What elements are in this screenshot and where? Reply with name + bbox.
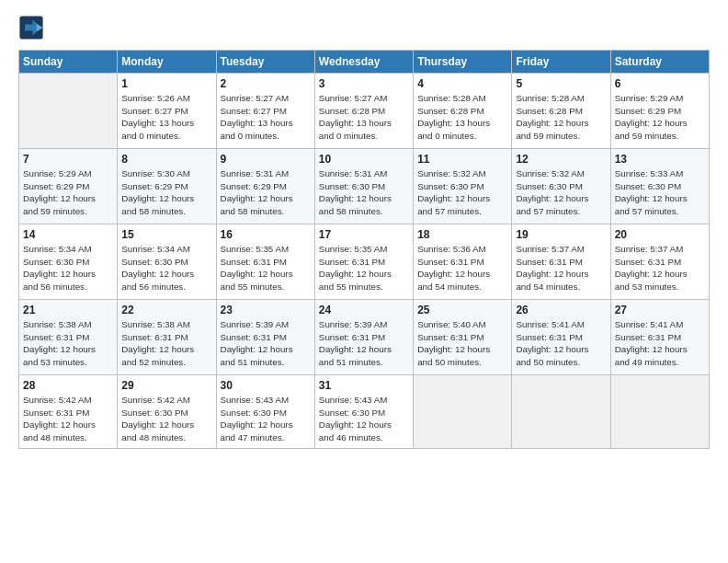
calendar-cell <box>512 375 610 449</box>
day-info: Sunrise: 5:39 AM Sunset: 6:31 PM Dayligh… <box>221 318 311 369</box>
day-number: 28 <box>23 379 113 392</box>
header-day: Friday <box>512 51 610 74</box>
day-info: Sunrise: 5:37 AM Sunset: 6:31 PM Dayligh… <box>516 243 606 293</box>
calendar-cell: 20Sunrise: 5:37 AM Sunset: 6:31 PM Dayli… <box>610 224 709 300</box>
day-info: Sunrise: 5:42 AM Sunset: 6:31 PM Dayligh… <box>23 394 113 444</box>
logo <box>18 15 48 40</box>
calendar-cell: 26Sunrise: 5:41 AM Sunset: 6:31 PM Dayli… <box>512 300 610 375</box>
day-number: 11 <box>417 153 507 166</box>
day-info: Sunrise: 5:29 AM Sunset: 6:29 PM Dayligh… <box>615 92 705 143</box>
day-number: 19 <box>516 228 606 241</box>
day-info: Sunrise: 5:32 AM Sunset: 6:30 PM Dayligh… <box>516 167 606 218</box>
day-info: Sunrise: 5:30 AM Sunset: 6:29 PM Dayligh… <box>121 167 211 218</box>
day-number: 4 <box>417 77 507 90</box>
calendar-cell: 30Sunrise: 5:43 AM Sunset: 6:30 PM Dayli… <box>216 375 314 449</box>
day-number: 18 <box>417 228 507 241</box>
day-info: Sunrise: 5:41 AM Sunset: 6:31 PM Dayligh… <box>615 318 705 369</box>
day-number: 3 <box>319 77 409 90</box>
day-number: 7 <box>23 153 113 166</box>
day-number: 10 <box>319 153 409 166</box>
calendar-cell: 3Sunrise: 5:27 AM Sunset: 6:28 PM Daylig… <box>314 74 413 149</box>
calendar-table: SundayMondayTuesdayWednesdayThursdayFrid… <box>18 50 710 449</box>
day-info: Sunrise: 5:31 AM Sunset: 6:30 PM Dayligh… <box>319 167 409 218</box>
calendar-cell: 2Sunrise: 5:27 AM Sunset: 6:27 PM Daylig… <box>216 74 314 149</box>
day-info: Sunrise: 5:36 AM Sunset: 6:31 PM Dayligh… <box>417 243 507 293</box>
day-info: Sunrise: 5:38 AM Sunset: 6:31 PM Dayligh… <box>23 318 113 369</box>
calendar-week: 14Sunrise: 5:34 AM Sunset: 6:30 PM Dayli… <box>19 224 710 300</box>
calendar-cell: 24Sunrise: 5:39 AM Sunset: 6:31 PM Dayli… <box>314 300 413 375</box>
calendar-cell: 13Sunrise: 5:33 AM Sunset: 6:30 PM Dayli… <box>610 149 709 224</box>
day-number: 31 <box>319 379 409 392</box>
day-info: Sunrise: 5:28 AM Sunset: 6:28 PM Dayligh… <box>417 92 507 143</box>
day-number: 30 <box>221 379 311 392</box>
calendar-week: 21Sunrise: 5:38 AM Sunset: 6:31 PM Dayli… <box>19 300 710 375</box>
calendar-cell: 17Sunrise: 5:35 AM Sunset: 6:31 PM Dayli… <box>314 224 413 300</box>
header-day: Thursday <box>414 51 512 74</box>
day-info: Sunrise: 5:42 AM Sunset: 6:30 PM Dayligh… <box>121 394 211 444</box>
calendar-body: 1Sunrise: 5:26 AM Sunset: 6:27 PM Daylig… <box>19 74 710 449</box>
day-info: Sunrise: 5:34 AM Sunset: 6:30 PM Dayligh… <box>23 243 113 293</box>
day-info: Sunrise: 5:26 AM Sunset: 6:27 PM Dayligh… <box>121 92 211 143</box>
day-number: 29 <box>121 379 211 392</box>
header-row: SundayMondayTuesdayWednesdayThursdayFrid… <box>19 51 710 74</box>
day-number: 6 <box>615 77 705 90</box>
day-info: Sunrise: 5:37 AM Sunset: 6:31 PM Dayligh… <box>615 243 705 293</box>
day-info: Sunrise: 5:39 AM Sunset: 6:31 PM Dayligh… <box>319 318 409 369</box>
header-day: Sunday <box>19 51 118 74</box>
day-number: 9 <box>221 153 311 166</box>
calendar-cell: 21Sunrise: 5:38 AM Sunset: 6:31 PM Dayli… <box>19 300 118 375</box>
day-number: 2 <box>221 77 311 90</box>
day-number: 27 <box>615 304 705 316</box>
calendar-cell: 10Sunrise: 5:31 AM Sunset: 6:30 PM Dayli… <box>314 149 413 224</box>
calendar-cell: 9Sunrise: 5:31 AM Sunset: 6:29 PM Daylig… <box>216 149 314 224</box>
calendar-cell: 16Sunrise: 5:35 AM Sunset: 6:31 PM Dayli… <box>216 224 314 300</box>
day-info: Sunrise: 5:33 AM Sunset: 6:30 PM Dayligh… <box>615 167 705 218</box>
calendar-cell: 19Sunrise: 5:37 AM Sunset: 6:31 PM Dayli… <box>512 224 610 300</box>
day-number: 12 <box>516 153 606 166</box>
day-number: 5 <box>516 77 606 90</box>
logo-icon <box>18 15 44 40</box>
day-number: 1 <box>121 77 211 90</box>
calendar-cell: 6Sunrise: 5:29 AM Sunset: 6:29 PM Daylig… <box>610 74 709 149</box>
header-day: Saturday <box>610 51 709 74</box>
calendar-cell: 14Sunrise: 5:34 AM Sunset: 6:30 PM Dayli… <box>19 224 118 300</box>
day-number: 22 <box>121 304 211 316</box>
calendar-week: 7Sunrise: 5:29 AM Sunset: 6:29 PM Daylig… <box>19 149 710 224</box>
day-info: Sunrise: 5:34 AM Sunset: 6:30 PM Dayligh… <box>121 243 211 293</box>
calendar-cell: 7Sunrise: 5:29 AM Sunset: 6:29 PM Daylig… <box>19 149 118 224</box>
day-number: 26 <box>516 304 606 316</box>
day-number: 21 <box>23 304 113 316</box>
day-info: Sunrise: 5:29 AM Sunset: 6:29 PM Dayligh… <box>23 167 113 218</box>
day-info: Sunrise: 5:40 AM Sunset: 6:31 PM Dayligh… <box>417 318 507 369</box>
day-info: Sunrise: 5:35 AM Sunset: 6:31 PM Dayligh… <box>221 243 311 293</box>
day-number: 15 <box>121 228 211 241</box>
calendar-week: 1Sunrise: 5:26 AM Sunset: 6:27 PM Daylig… <box>19 74 710 149</box>
calendar-cell: 31Sunrise: 5:43 AM Sunset: 6:30 PM Dayli… <box>314 375 413 449</box>
calendar-cell: 23Sunrise: 5:39 AM Sunset: 6:31 PM Dayli… <box>216 300 314 375</box>
day-number: 17 <box>319 228 409 241</box>
calendar-cell <box>610 375 709 449</box>
day-info: Sunrise: 5:38 AM Sunset: 6:31 PM Dayligh… <box>121 318 211 369</box>
day-info: Sunrise: 5:43 AM Sunset: 6:30 PM Dayligh… <box>221 394 311 444</box>
calendar-cell <box>19 74 118 149</box>
header-day: Tuesday <box>216 51 314 74</box>
calendar-cell: 27Sunrise: 5:41 AM Sunset: 6:31 PM Dayli… <box>610 300 709 375</box>
day-info: Sunrise: 5:35 AM Sunset: 6:31 PM Dayligh… <box>319 243 409 293</box>
day-number: 20 <box>615 228 705 241</box>
day-number: 14 <box>23 228 113 241</box>
page: SundayMondayTuesdayWednesdayThursdayFrid… <box>0 0 728 563</box>
calendar-header: SundayMondayTuesdayWednesdayThursdayFrid… <box>19 51 710 74</box>
calendar-cell: 5Sunrise: 5:28 AM Sunset: 6:28 PM Daylig… <box>512 74 610 149</box>
day-info: Sunrise: 5:27 AM Sunset: 6:28 PM Dayligh… <box>319 92 409 143</box>
calendar-cell: 8Sunrise: 5:30 AM Sunset: 6:29 PM Daylig… <box>118 149 216 224</box>
day-number: 25 <box>417 304 507 316</box>
calendar-cell: 1Sunrise: 5:26 AM Sunset: 6:27 PM Daylig… <box>118 74 216 149</box>
header <box>18 15 710 40</box>
calendar-week: 28Sunrise: 5:42 AM Sunset: 6:31 PM Dayli… <box>19 375 710 449</box>
day-info: Sunrise: 5:41 AM Sunset: 6:31 PM Dayligh… <box>516 318 606 369</box>
day-info: Sunrise: 5:43 AM Sunset: 6:30 PM Dayligh… <box>319 394 409 444</box>
calendar-cell <box>414 375 512 449</box>
calendar-cell: 18Sunrise: 5:36 AM Sunset: 6:31 PM Dayli… <box>414 224 512 300</box>
day-number: 8 <box>121 153 211 166</box>
day-number: 13 <box>615 153 705 166</box>
